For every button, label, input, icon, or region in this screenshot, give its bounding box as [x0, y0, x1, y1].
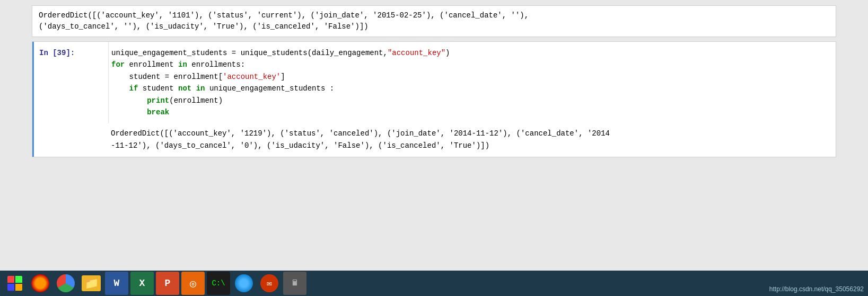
- output-line2: -11-12'), ('days_to_cancel', '0'), ('is_…: [111, 141, 489, 150]
- notebook-area: OrderedDict([('account_key', '1101'), ('…: [0, 0, 868, 163]
- taskbar-calculator[interactable]: 🖩: [283, 272, 306, 295]
- code-cell: In [39]: unique_engagement_students = un…: [32, 41, 836, 157]
- top-output-cell: OrderedDict([('account_key', '1101'), ('…: [32, 5, 836, 37]
- cell-code-area[interactable]: unique_engagement_students = unique_stud…: [108, 42, 836, 123]
- top-output-line2: ('days_to_cancel', ''), ('is_udacity', '…: [39, 22, 369, 31]
- taskbar-firefox[interactable]: [29, 272, 52, 295]
- taskbar-terminal[interactable]: C:\: [207, 272, 230, 295]
- top-output-line1: OrderedDict([('account_key', '1101'), ('…: [39, 11, 529, 20]
- cell-label: In [39]:: [34, 42, 108, 123]
- code-line-3: student = enrollment['account_key']: [111, 71, 830, 83]
- taskbar-orange-app[interactable]: ◎: [181, 272, 205, 295]
- taskbar-mail[interactable]: ✉: [258, 272, 281, 295]
- code-line-4: if student not in unique_engagement_stud…: [111, 83, 830, 94]
- code-line-2: for enrollment in enrollments:: [111, 59, 830, 70]
- taskbar-chrome[interactable]: [54, 272, 77, 295]
- code-line-6: break: [111, 106, 830, 118]
- taskbar-earth[interactable]: [232, 272, 256, 295]
- code-line-1: unique_engagement_students = unique_stud…: [111, 47, 830, 59]
- taskbar: 📁 W X P ◎ C:\ ✉ 🖩 http://blog.csdn.net/q…: [0, 271, 868, 296]
- code-line-5: print(enrollment): [111, 95, 830, 106]
- taskbar-excel[interactable]: X: [130, 272, 154, 295]
- taskbar-powerpoint[interactable]: P: [156, 272, 179, 295]
- taskbar-folder[interactable]: 📁: [80, 272, 103, 295]
- taskbar-url: http://blog.csdn.net/qq_35056292: [769, 285, 864, 293]
- output-line1: OrderedDict([('account_key', '1219'), ('…: [111, 129, 610, 138]
- start-button[interactable]: [3, 272, 27, 295]
- cell-output: OrderedDict([('account_key', '1219'), ('…: [32, 123, 836, 157]
- taskbar-word[interactable]: W: [105, 272, 128, 295]
